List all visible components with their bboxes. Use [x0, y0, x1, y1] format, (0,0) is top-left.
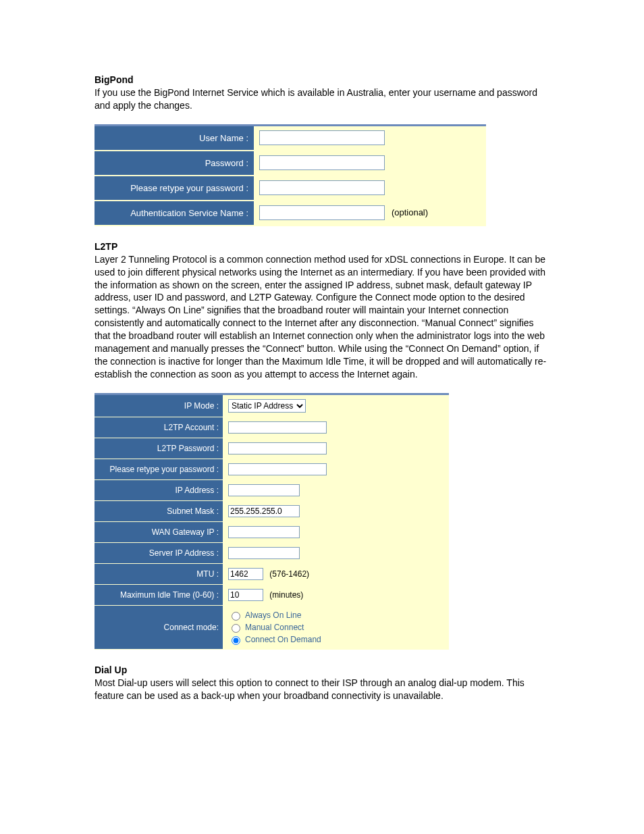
connect-mode-always[interactable]: Always On Line: [228, 610, 444, 621]
mtu-label: MTU :: [95, 563, 223, 584]
auth-service-label: Authentication Service Name :: [95, 201, 254, 226]
connect-mode-demand-text: Connect On Demand: [245, 635, 321, 644]
username-input[interactable]: [259, 130, 385, 145]
subnet-mask-label: Subnet Mask :: [95, 500, 223, 521]
ip-mode-select[interactable]: Static IP Address: [228, 399, 306, 413]
password-input[interactable]: [259, 155, 385, 170]
l2tp-retype-input[interactable]: [228, 463, 327, 475]
l2tp-heading: L2TP: [95, 241, 549, 252]
bigpond-desc: If you use the BigPond Internet Service …: [95, 86, 549, 112]
connect-mode-demand[interactable]: Connect On Demand: [228, 634, 444, 645]
bigpond-panel: User Name : Password : Please retype you…: [95, 124, 486, 226]
server-ip-input[interactable]: [228, 547, 300, 559]
auth-service-note: (optional): [392, 207, 428, 217]
max-idle-unit: (minutes): [269, 590, 303, 600]
l2tp-panel: IP Mode : Static IP Address L2TP Account…: [95, 393, 449, 650]
connect-mode-always-radio[interactable]: [232, 612, 240, 621]
connect-mode-manual-text: Manual Connect: [245, 623, 304, 632]
retype-password-label: Please retype your password :: [95, 176, 254, 201]
connect-mode-manual-radio[interactable]: [232, 624, 240, 633]
mtu-input[interactable]: [228, 568, 263, 580]
bigpond-heading: BigPond: [95, 74, 549, 85]
wan-gateway-label: WAN Gateway IP :: [95, 521, 223, 542]
l2tp-account-input[interactable]: [228, 421, 327, 434]
connect-mode-always-text: Always On Line: [245, 610, 301, 620]
dialup-heading: Dial Up: [95, 664, 549, 675]
auth-service-input[interactable]: [259, 205, 385, 220]
ip-address-input[interactable]: [228, 484, 300, 496]
l2tp-retype-label: Please retype your password :: [95, 459, 223, 479]
ip-mode-label: IP Mode :: [95, 394, 223, 417]
l2tp-password-input[interactable]: [228, 442, 327, 454]
connect-mode-label: Connect mode:: [95, 605, 223, 649]
l2tp-account-label: L2TP Account :: [95, 417, 223, 438]
username-label: User Name :: [95, 125, 254, 151]
ip-address-label: IP Address :: [95, 479, 223, 500]
connect-mode-manual[interactable]: Manual Connect: [228, 622, 444, 633]
subnet-mask-input[interactable]: [228, 505, 300, 517]
dialup-desc: Most Dial-up users will select this opti…: [95, 677, 549, 702]
server-ip-label: Server IP Address :: [95, 542, 223, 563]
l2tp-password-label: L2TP Password :: [95, 438, 223, 459]
l2tp-desc: Layer 2 Tunneling Protocol is a common c…: [95, 253, 549, 381]
password-label: Password :: [95, 151, 254, 176]
wan-gateway-input[interactable]: [228, 526, 300, 538]
mtu-range: (576-1462): [269, 569, 309, 579]
retype-password-input[interactable]: [259, 180, 385, 195]
connect-mode-demand-radio[interactable]: [232, 636, 240, 645]
max-idle-label: Maximum Idle Time (0-60) :: [95, 584, 223, 605]
max-idle-input[interactable]: [228, 589, 263, 601]
